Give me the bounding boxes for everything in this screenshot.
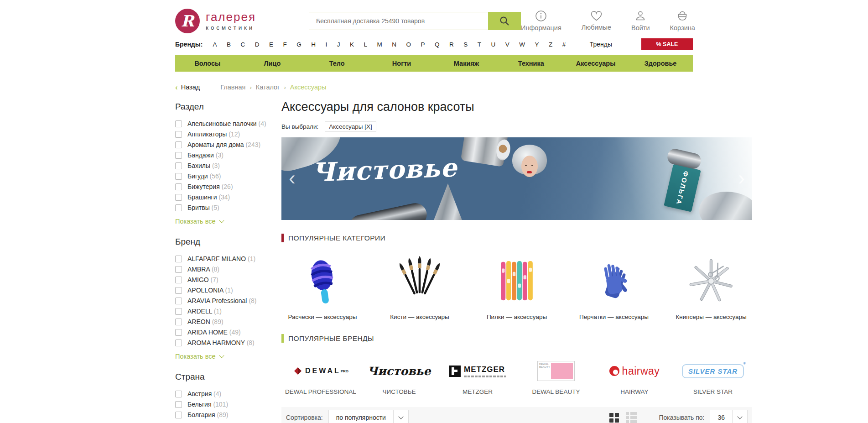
brand-silver-star[interactable]: SILVER STAR ® SILVER STAR: [674, 359, 752, 395]
brand-letter[interactable]: W: [519, 41, 525, 48]
checkbox[interactable]: [175, 256, 182, 262]
checkbox[interactable]: [175, 183, 182, 190]
nav-item[interactable]: Лицо: [240, 60, 305, 67]
filter-row[interactable]: Болгария (89): [175, 411, 266, 419]
filter-row[interactable]: AREON (89): [175, 318, 266, 326]
nav-item[interactable]: Техника: [499, 60, 563, 67]
selected-filter-chip[interactable]: Аксессуары [X]: [325, 121, 376, 132]
brand-dewal-professional[interactable]: DEWALPRO DEWAL PROFESSIONAL: [281, 359, 360, 395]
checkbox[interactable]: [175, 194, 182, 201]
checkbox[interactable]: [175, 120, 182, 127]
brand-letter[interactable]: K: [350, 41, 354, 48]
breadcrumb-home[interactable]: Главная: [220, 84, 245, 91]
filter-row[interactable]: APOLLONIA (1): [175, 287, 266, 294]
checkbox[interactable]: [175, 339, 182, 346]
filter-row[interactable]: Апельсиновые палочки (4): [175, 120, 266, 128]
logo[interactable]: R галерея косметики: [175, 9, 282, 33]
sale-button[interactable]: % SALE: [641, 38, 693, 50]
brand-letter[interactable]: A: [213, 41, 217, 48]
checkbox[interactable]: [175, 412, 182, 418]
checkbox[interactable]: [175, 329, 182, 336]
brand-letter[interactable]: S: [463, 41, 468, 48]
brand-letter[interactable]: M: [377, 41, 382, 48]
promo-banner[interactable]: ФОЛЬГА Чистовье ‹ ›: [281, 137, 752, 220]
back-link[interactable]: ‹ Назад: [175, 84, 200, 91]
brand-letter[interactable]: #: [562, 41, 566, 48]
brand-hairway[interactable]: hairway HAIRWAY: [595, 359, 674, 395]
brand-letter[interactable]: V: [505, 41, 509, 48]
checkbox[interactable]: [175, 141, 182, 148]
brand-letter[interactable]: P: [421, 41, 425, 48]
brand-letter[interactable]: Q: [435, 41, 440, 48]
brand-letter[interactable]: T: [478, 41, 481, 48]
filter-row[interactable]: Бахилы (3): [175, 162, 266, 170]
breadcrumb-catalog[interactable]: Каталог: [256, 84, 280, 91]
favorites-action[interactable]: Любимые: [582, 10, 611, 31]
brand-letter[interactable]: B: [227, 41, 231, 48]
category-nippers[interactable]: Книпсеры — аксессуары: [670, 254, 752, 320]
brand-dewal-beauty[interactable]: DEWAL BEAUTY DEWAL BEAUTY: [517, 359, 595, 395]
category-files[interactable]: Пилки — аксессуары: [476, 254, 558, 320]
carousel-next-button[interactable]: ›: [738, 167, 745, 188]
filter-row[interactable]: Аппликаторы (12): [175, 131, 266, 138]
nav-item[interactable]: Здоровье: [628, 60, 693, 67]
brand-letter[interactable]: E: [269, 41, 273, 48]
filter-row[interactable]: Бижутерия (26): [175, 183, 266, 191]
brand-letter[interactable]: Z: [549, 41, 552, 48]
brand-letter[interactable]: R: [449, 41, 454, 48]
brand-letter[interactable]: C: [240, 41, 245, 48]
list-view-icon[interactable]: [626, 412, 637, 423]
grid-view-icon[interactable]: [609, 413, 619, 423]
checkbox[interactable]: [175, 391, 182, 397]
brand-letter[interactable]: L: [364, 41, 367, 48]
nav-item[interactable]: Тело: [305, 60, 369, 67]
category-gloves[interactable]: Перчатки — аксессуары: [573, 254, 655, 320]
filter-row[interactable]: AROMA HARMONY (8): [175, 339, 266, 347]
checkbox[interactable]: [175, 266, 182, 273]
show-all-link[interactable]: Показать все: [175, 353, 266, 360]
search-input[interactable]: [309, 12, 488, 30]
trends-link[interactable]: Тренды: [590, 41, 612, 48]
filter-row[interactable]: Ароматы для дома (243): [175, 141, 266, 149]
brand-chistovie[interactable]: Чистовье ЧИСТОВЬЕ: [360, 359, 438, 395]
brand-metzger[interactable]: METZGER METZGER: [438, 359, 517, 395]
filter-row[interactable]: Брашинги (34): [175, 193, 266, 201]
login-action[interactable]: Войти: [631, 10, 650, 31]
filter-row[interactable]: ALFAPARF MILANO (1): [175, 255, 266, 263]
filter-row[interactable]: ARAVIA Professional (8): [175, 297, 266, 305]
checkbox[interactable]: [175, 204, 182, 211]
show-all-link[interactable]: Показать все: [175, 218, 266, 225]
brand-letter[interactable]: N: [392, 41, 396, 48]
checkbox[interactable]: [175, 287, 182, 294]
checkbox[interactable]: [175, 277, 182, 283]
carousel-prev-button[interactable]: ‹: [289, 167, 296, 188]
checkbox[interactable]: [175, 319, 182, 325]
filter-row[interactable]: Бельгия (101): [175, 401, 266, 408]
brand-letter[interactable]: O: [406, 41, 411, 48]
checkbox[interactable]: [175, 152, 182, 159]
filter-row[interactable]: AMIGO (7): [175, 276, 266, 284]
filter-row[interactable]: Австрия (4): [175, 390, 266, 398]
brand-letter[interactable]: Y: [535, 41, 539, 48]
checkbox[interactable]: [175, 298, 182, 304]
brand-letter[interactable]: U: [491, 41, 496, 48]
perpage-select[interactable]: 36: [710, 410, 748, 423]
checkbox[interactable]: [175, 308, 182, 315]
sort-select[interactable]: по популярности: [328, 410, 409, 423]
brand-letter[interactable]: H: [311, 41, 316, 48]
search-button[interactable]: [488, 12, 521, 30]
checkbox[interactable]: [175, 131, 182, 138]
brand-letter[interactable]: G: [296, 41, 301, 48]
checkbox[interactable]: [175, 162, 182, 169]
nav-item[interactable]: Волосы: [175, 60, 240, 67]
filter-row[interactable]: ARDELL (1): [175, 308, 266, 315]
brand-letter[interactable]: D: [255, 41, 260, 48]
brand-letter[interactable]: J: [337, 41, 340, 48]
category-combs[interactable]: Расчески — аксессуары: [281, 254, 364, 320]
category-brushes[interactable]: Кисти — аксессуары: [379, 254, 461, 320]
filter-row[interactable]: AMBRA (8): [175, 266, 266, 273]
nav-item[interactable]: Аксессуары: [563, 60, 628, 67]
filter-row[interactable]: Бандажи (3): [175, 151, 266, 159]
checkbox[interactable]: [175, 173, 182, 180]
brand-letter[interactable]: I: [325, 41, 327, 48]
